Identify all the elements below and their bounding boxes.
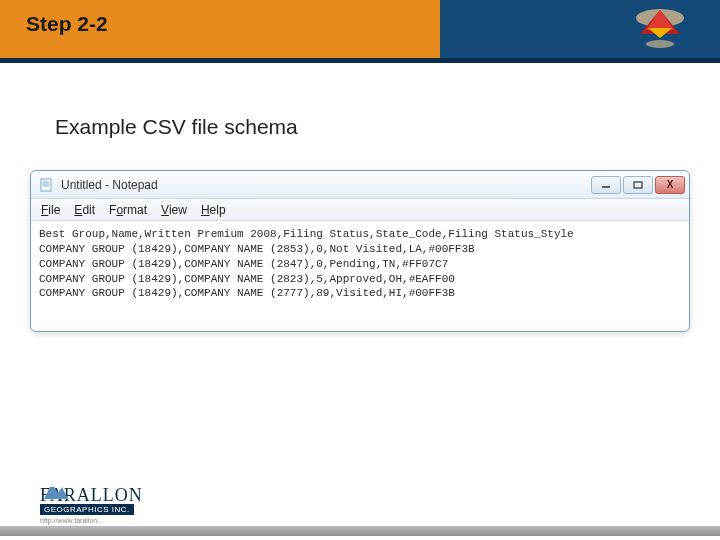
notepad-app-icon [39,177,55,193]
menu-help[interactable]: Help [201,203,226,217]
slide-header: Step 2-2 [0,0,720,58]
farallon-logo: FARALLON GEOGRAPHICS INC. http://www.far… [40,485,143,524]
footer-bar [0,526,720,536]
minimize-button[interactable] [591,176,621,194]
minimize-icon [601,181,611,189]
maximize-icon [633,181,643,189]
menu-edit[interactable]: Edit [74,203,95,217]
notepad-text-area[interactable]: Best Group,Name,Written Premium 2008,Fil… [31,221,689,331]
notepad-window: Untitled - Notepad X File Edit Format Vi… [30,170,690,332]
maximize-button[interactable] [623,176,653,194]
footer-tagline: GEOGRAPHICS INC. [40,504,134,515]
menu-file[interactable]: File [41,203,60,217]
close-button[interactable]: X [655,176,685,194]
brand-logo-icon [630,4,690,50]
window-controls: X [589,176,685,194]
footer-url: http://www.farallon... [40,517,143,524]
close-icon: X [667,179,674,190]
slide-subtitle: Example CSV file schema [55,115,298,139]
window-title: Untitled - Notepad [61,178,158,192]
notepad-menubar: File Edit Format View Help [31,199,689,221]
svg-marker-11 [44,483,68,499]
svg-point-4 [646,40,674,48]
svg-rect-5 [41,179,51,191]
slide-footer: FARALLON GEOGRAPHICS INC. http://www.far… [0,480,720,536]
menu-format[interactable]: Format [109,203,147,217]
slide-title: Step 2-2 [26,12,108,36]
menu-view[interactable]: View [161,203,187,217]
svg-marker-12 [50,483,54,487]
window-titlebar: Untitled - Notepad X [31,171,689,199]
header-divider [0,58,720,63]
mountain-icon [40,479,70,501]
svg-rect-10 [634,182,642,188]
